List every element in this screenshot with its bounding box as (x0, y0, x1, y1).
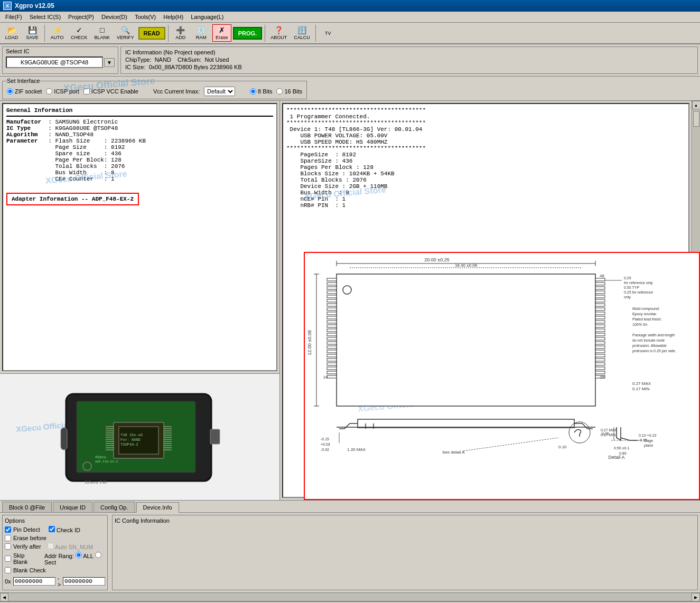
tab-block0[interactable]: Block 0 @File (2, 502, 52, 512)
svg-text:24: 24 (323, 375, 328, 380)
svg-text:Plated lead finish:: Plated lead finish: (632, 317, 661, 321)
interface-section: Set Interface ZIF socket ICSP port ICSP … (0, 77, 700, 101)
scroll-up-button[interactable]: ▲ (692, 101, 701, 109)
icsp-vcc-check-item[interactable]: ICSP VCC Enable (83, 88, 138, 95)
svg-text:0.25 for reference: 0.25 for reference (624, 290, 653, 294)
svg-rect-74 (595, 329, 605, 332)
svg-text:0.10 +0.10: 0.10 +0.10 (639, 434, 656, 437)
ic-config-panel: IC Config Information (112, 515, 698, 590)
add-button[interactable]: ➕ ADD (171, 24, 190, 42)
about-button[interactable]: ❓ ABOUT (268, 24, 290, 42)
svg-text:0.17 MIN: 0.17 MIN (632, 387, 650, 391)
menu-tools[interactable]: Tools(V) (132, 13, 159, 21)
info-text-area[interactable]: XGecu Official Store Genenal Information… (2, 103, 277, 371)
horizontal-scrollbar[interactable]: ◀ ▶ (0, 592, 700, 601)
prog-button[interactable]: PROG. (233, 27, 262, 40)
svg-text:T48 16s-xG: T48 16s-xG (120, 433, 143, 437)
bits16-radio-item[interactable]: 16 Bits (276, 88, 302, 95)
blank-button[interactable]: □ BLANK (92, 24, 113, 42)
zif-radio-item[interactable]: ZIF socket (7, 88, 42, 95)
ic-info-size: IC Size: 0x00_88A7D800 Bytes 2238966 KB (125, 64, 693, 70)
verify-after-row[interactable]: Verify after Auto SN_NUM (5, 543, 105, 550)
bits16-radio[interactable] (276, 88, 283, 95)
verify-after-checkbox[interactable] (5, 543, 11, 550)
bottom-panels: Options Pin Detect Check ID Erase before… (0, 512, 700, 592)
addr-sect-radio[interactable] (95, 552, 101, 558)
check-id-label: Check ID (57, 527, 80, 533)
menu-file[interactable]: File(F) (2, 13, 25, 21)
addr-all-label: ALL (83, 553, 93, 559)
save-button[interactable]: 💾 SAVE (23, 24, 42, 42)
info-ic-type: IC Type : K9GAG08U0E @TSOP48 (6, 125, 273, 131)
addr-to-input[interactable] (63, 577, 105, 586)
auto-button[interactable]: ⚡ AUTO (48, 24, 67, 42)
skip-blank-row[interactable]: Skip Blank Addr Rang: ALL Sect (5, 552, 105, 566)
svg-text:protrusion is 0.25 per side.: protrusion is 0.25 per side. (632, 349, 676, 353)
info-algorithm: ALgorithm : NAND_TSOP48 (6, 131, 273, 138)
icsp-radio-item[interactable]: ICSP port (46, 88, 79, 95)
calcu-button[interactable]: 🔢 CALCU (291, 24, 313, 42)
adapter-info-box: Adapter Information -- ADP_F48-EX-2 (6, 193, 139, 205)
svg-text:0.50 ±0.1: 0.50 ±0.1 (614, 446, 629, 450)
addr-from-input[interactable] (13, 577, 55, 586)
bits8-radio[interactable] (250, 88, 256, 95)
tab-unique-id[interactable]: Unique ID (53, 502, 92, 512)
tabs-row: Block 0 @File Unique ID Config Op. Devic… (0, 501, 700, 512)
scroll-thumb[interactable] (693, 111, 699, 127)
svg-text:TSOP48-2: TSOP48-2 (120, 442, 138, 447)
erase-before-checkbox[interactable] (5, 535, 11, 541)
svg-text:protrusion. Allowable: protrusion. Allowable (632, 344, 667, 348)
blank-check-row[interactable]: Blank Check (5, 567, 105, 573)
vcc-dropdown[interactable]: Default (204, 87, 235, 96)
auto-sn-checkbox[interactable] (48, 543, 54, 549)
icsp-vcc-label: ICSP VCC Enable (91, 88, 138, 95)
check-button[interactable]: ✓ CHECK (68, 24, 90, 42)
erase-button[interactable]: ✗ Erase (212, 24, 231, 42)
verify-button[interactable]: 🔍 VERIFY (114, 24, 137, 42)
icsp-radio[interactable] (46, 88, 52, 95)
h-scroll-track[interactable] (8, 593, 692, 601)
read-button[interactable]: READ (138, 27, 165, 40)
svg-rect-52 (327, 337, 337, 340)
menu-project[interactable]: Project(P) (65, 13, 97, 21)
svg-rect-43 (327, 299, 337, 302)
svg-text:-0.05: -0.05 (639, 438, 647, 442)
svg-rect-82 (595, 363, 605, 365)
skip-blank-label: Skip Blank (13, 552, 37, 565)
blank-check-checkbox[interactable] (5, 567, 11, 573)
svg-rect-67 (595, 299, 605, 302)
icsp-vcc-checkbox[interactable] (83, 88, 90, 95)
scroll-left-button[interactable]: ◀ (0, 593, 8, 601)
programmer-drawing: T48 16s-xG For: NAND TSOP48-2 XGecu ADP_… (58, 390, 222, 485)
tab-device-info[interactable]: Device.Info (136, 502, 179, 513)
svg-text:0.27 MAX: 0.27 MAX (601, 428, 617, 432)
zif-radio[interactable] (7, 88, 13, 95)
check-id-checkbox[interactable] (49, 526, 55, 532)
menu-select-ic[interactable]: Select IC(S) (26, 13, 64, 21)
log-line-2: **************************************** (286, 120, 685, 126)
svg-rect-61 (327, 375, 337, 378)
pin-detect-row[interactable]: Pin Detect Check ID (5, 526, 105, 533)
auto-sn-inline[interactable]: Auto SN_NUM (48, 543, 94, 550)
skip-blank-checkbox[interactable] (5, 555, 11, 562)
ic-dropdown-button[interactable]: ▼ (104, 58, 115, 67)
load-button[interactable]: 📂 LOAD (2, 24, 21, 42)
menu-language[interactable]: Language(L) (188, 13, 227, 21)
svg-rect-63 (595, 282, 605, 285)
tab-config-op[interactable]: Config Op. (94, 502, 135, 512)
bits8-radio-item[interactable]: 8 Bits (250, 88, 273, 95)
addr-all-radio[interactable] (76, 552, 82, 558)
ram-button[interactable]: 💿 RAM (192, 24, 211, 42)
menu-device[interactable]: Device(D) (98, 13, 130, 21)
tv-button[interactable]: TV (319, 29, 338, 37)
pin-detect-checkbox[interactable] (5, 526, 11, 533)
erase-before-row[interactable]: Erase before (5, 535, 105, 541)
menu-help[interactable]: Help(H) (160, 13, 186, 21)
zif-label: ZIF socket (15, 88, 42, 95)
svg-rect-84 (595, 371, 605, 374)
scroll-right-button[interactable]: ▶ (692, 593, 700, 601)
verify-icon: 🔍 (121, 26, 130, 34)
blank-check-label: Blank Check (13, 567, 46, 573)
check-id-inline[interactable]: Check ID (49, 526, 80, 533)
top-section: Select IC K9GAG08U0E @TSOP48 ▼ IC Inform… (0, 44, 700, 77)
